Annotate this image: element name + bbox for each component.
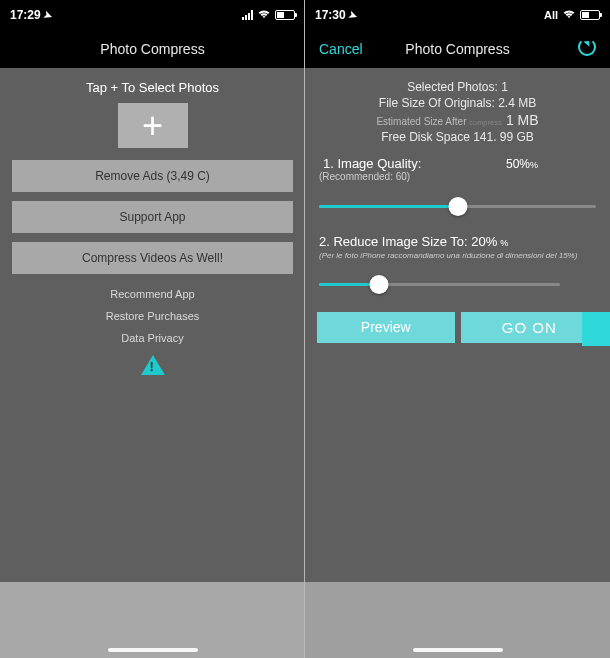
status-bar: 17:29 ➤ (0, 0, 305, 30)
signal-icon (242, 10, 253, 20)
go-on-button[interactable]: GO ON (461, 312, 599, 343)
restore-purchases-link[interactable]: Restore Purchases (12, 305, 293, 327)
bottom-area (0, 582, 305, 658)
quality-slider[interactable] (319, 194, 596, 220)
nav-bar: Cancel Photo Compress (305, 30, 610, 68)
cancel-button[interactable]: Cancel (319, 41, 363, 57)
quality-value: 50%% (506, 157, 596, 171)
preview-button[interactable]: Preview (317, 312, 455, 343)
quality-label: 1. Image Quality: (319, 156, 425, 171)
quality-recommended: (Recommended: 60) (315, 171, 600, 188)
carrier-text: All (544, 9, 558, 21)
slider-thumb[interactable] (448, 197, 467, 216)
free-disk-text: Free Disk Space 141. 99 GB (325, 130, 590, 144)
battery-icon (275, 10, 295, 20)
main-content: Tap + To Select Photos + Remove Ads (3,4… (0, 68, 305, 658)
data-privacy-link[interactable]: Data Privacy (12, 327, 293, 349)
status-bar: 17:30 ➤ All (305, 0, 610, 30)
side-preview-swatch[interactable] (582, 312, 610, 346)
reduce-note: (Per le foto iPhone raccomandiamo una ri… (315, 249, 600, 266)
original-size-text: File Size Of Originals: 2.4 MB (325, 96, 590, 110)
compress-videos-button[interactable]: Compress Videos As Well! (12, 242, 293, 274)
nav-title: Photo Compress (405, 41, 509, 57)
nav-title: Photo Compress (100, 41, 204, 57)
bottom-area (305, 582, 610, 658)
warning-icon[interactable] (141, 355, 165, 375)
home-indicator (108, 648, 198, 652)
screen-right: 17:30 ➤ All Cancel Photo Compress Select… (305, 0, 610, 658)
battery-icon (580, 10, 600, 20)
add-photos-button[interactable]: + (118, 103, 188, 148)
wifi-icon (562, 8, 576, 22)
screen-left: 17:29 ➤ Photo Compress Tap + To Select P… (0, 0, 305, 658)
reduce-slider[interactable] (319, 272, 560, 298)
status-time: 17:29 (10, 8, 41, 22)
refresh-icon (578, 38, 596, 56)
estimated-size-text: Estimated Size After compress 1 MB (325, 112, 590, 128)
location-icon: ➤ (347, 8, 358, 21)
recommend-app-link[interactable]: Recommend App (12, 283, 293, 305)
slider-thumb[interactable] (370, 275, 389, 294)
home-indicator (413, 648, 503, 652)
location-icon: ➤ (42, 8, 53, 21)
selected-photos-text: Selected Photos: 1 (325, 80, 590, 94)
status-time: 17:30 (315, 8, 346, 22)
plus-icon: + (142, 108, 163, 144)
nav-bar: Photo Compress (0, 30, 305, 68)
support-app-button[interactable]: Support App (12, 201, 293, 233)
wifi-icon (257, 8, 271, 22)
refresh-button[interactable] (578, 38, 596, 60)
reduce-label: 2. Reduce Image Size To: 20% (319, 234, 497, 249)
remove-ads-button[interactable]: Remove Ads (3,49 C) (12, 160, 293, 192)
tap-prompt: Tap + To Select Photos (12, 80, 293, 95)
main-content: Selected Photos: 1 File Size Of Original… (305, 68, 610, 658)
info-block: Selected Photos: 1 File Size Of Original… (315, 74, 600, 156)
